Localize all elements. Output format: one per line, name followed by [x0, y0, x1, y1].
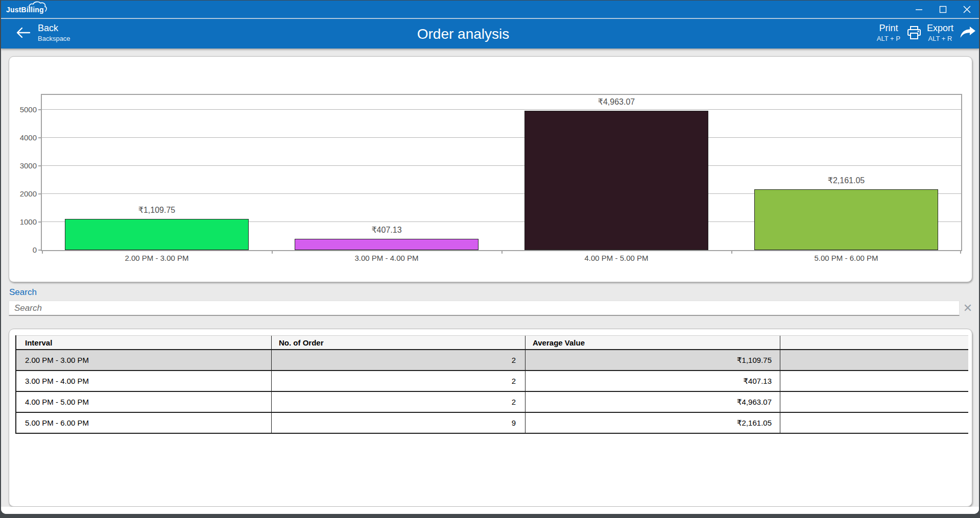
- chart-card: 010002000300040005000₹1,109.752.00 PM - …: [9, 56, 972, 282]
- x-axis-category-label: 3.00 PM - 4.00 PM: [272, 254, 501, 262]
- table-row[interactable]: 4.00 PM - 5.00 PM2₹4,963.07: [16, 392, 968, 413]
- command-bar: Back Backspace Order analysis Print ALT …: [1, 19, 979, 48]
- back-button[interactable]: Back Backspace: [15, 22, 70, 43]
- window-bottom-frame: [1, 507, 979, 514]
- chart-bar: [754, 189, 938, 250]
- y-axis-tick-mark: [38, 109, 42, 110]
- column-header-blank[interactable]: [780, 336, 968, 349]
- y-axis-tick-label: 4000: [6, 133, 37, 143]
- bar-value-label: ₹1,109.75: [80, 205, 233, 215]
- x-axis-category-label: 2.00 PM - 3.00 PM: [42, 254, 272, 262]
- back-label: Back: [38, 22, 70, 34]
- maximize-icon: [939, 6, 947, 13]
- chart-bar: [524, 111, 708, 250]
- cell-average-value: ₹407.13: [525, 371, 780, 391]
- cell-order-count: 2: [272, 392, 525, 412]
- chart-bar: [295, 239, 479, 250]
- bar-value-label: ₹2,161.05: [770, 176, 923, 185]
- y-axis-tick-mark: [38, 221, 42, 223]
- x-axis-tick-mark: [731, 250, 732, 254]
- close-icon: [963, 6, 971, 13]
- cell-interval: 5.00 PM - 6.00 PM: [16, 413, 272, 433]
- column-header-Interval[interactable]: Interval: [16, 336, 272, 349]
- column-header-No. of Order[interactable]: No. of Order: [272, 336, 525, 349]
- table-row[interactable]: 2.00 PM - 3.00 PM2₹1,109.75: [16, 350, 968, 371]
- export-button[interactable]: Export ALT + R: [927, 22, 976, 43]
- cell-average-value: ₹2,161.05: [525, 413, 780, 433]
- gridline: [42, 109, 961, 110]
- cloud-icon: [27, 1, 53, 12]
- cell-interval: 3.00 PM - 4.00 PM: [16, 371, 272, 391]
- close-button[interactable]: [955, 1, 979, 18]
- table-row[interactable]: 5.00 PM - 6.00 PM9₹2,161.05: [16, 413, 968, 434]
- back-shortcut: Backspace: [38, 34, 70, 43]
- title-bar: JustBilling: [1, 1, 979, 18]
- chart-bar: [65, 219, 249, 250]
- cell-order-count: 2: [272, 350, 525, 370]
- y-axis-tick-mark: [38, 137, 42, 138]
- y-axis-tick-mark: [38, 165, 42, 166]
- gridline: [42, 165, 961, 166]
- back-arrow-icon: [15, 26, 31, 39]
- orders-table: IntervalNo. of OrderAverage Value2.00 PM…: [15, 335, 968, 434]
- page-title: Order analysis: [417, 26, 510, 42]
- cell-order-count: 9: [272, 413, 525, 433]
- x-axis-category-label: 5.00 PM - 6.00 PM: [731, 254, 961, 262]
- cell-blank: [780, 392, 968, 412]
- page-content: 010002000300040005000₹1,109.752.00 PM - …: [1, 48, 979, 514]
- app-window: JustBilling: [0, 0, 980, 518]
- cell-blank: [780, 350, 968, 370]
- cell-blank: [780, 413, 968, 433]
- clear-search-icon[interactable]: ✕: [961, 302, 974, 315]
- table-card: IntervalNo. of OrderAverage Value2.00 PM…: [9, 329, 972, 507]
- y-axis-tick-label: 0: [6, 245, 37, 255]
- bar-value-label: ₹407.13: [310, 225, 463, 235]
- cell-interval: 2.00 PM - 3.00 PM: [16, 350, 272, 370]
- table-header-row: IntervalNo. of OrderAverage Value: [16, 335, 968, 350]
- table-row[interactable]: 3.00 PM - 4.00 PM2₹407.13: [16, 371, 968, 392]
- printer-icon: [906, 26, 922, 40]
- window-controls: [907, 1, 979, 18]
- bar-value-label: ₹4,963.07: [540, 97, 693, 107]
- share-icon: [960, 26, 976, 39]
- maximize-button[interactable]: [931, 1, 955, 18]
- x-axis-tick-mark: [960, 250, 961, 254]
- y-axis-tick-label: 2000: [6, 189, 37, 199]
- app-frame: JustBilling: [1, 1, 979, 514]
- export-label: Export: [927, 22, 953, 34]
- cell-average-value: ₹4,963.07: [525, 392, 780, 412]
- export-shortcut: ALT + R: [927, 34, 953, 43]
- y-axis-tick-label: 1000: [6, 217, 37, 227]
- y-axis-tick-label: 3000: [6, 161, 37, 171]
- cell-blank: [780, 371, 968, 391]
- x-axis-tick-mark: [42, 250, 43, 254]
- y-axis-tick-mark: [38, 193, 42, 194]
- print-button[interactable]: Print ALT + P: [877, 22, 922, 43]
- bar-chart: 010002000300040005000₹1,109.752.00 PM - …: [41, 94, 962, 251]
- search-input[interactable]: [9, 301, 960, 316]
- search-label[interactable]: Search: [9, 287, 37, 298]
- x-axis-tick-mark: [272, 250, 273, 254]
- gridline: [42, 137, 961, 138]
- y-axis-tick-mark: [38, 250, 42, 251]
- cell-interval: 4.00 PM - 5.00 PM: [16, 392, 272, 412]
- x-axis-category-label: 4.00 PM - 5.00 PM: [501, 254, 731, 262]
- app-logo: JustBilling: [6, 3, 53, 16]
- print-shortcut: ALT + P: [877, 34, 900, 43]
- print-label: Print: [877, 22, 900, 34]
- minimize-button[interactable]: [907, 1, 931, 18]
- minimize-icon: [915, 6, 923, 13]
- x-axis-tick-mark: [501, 250, 503, 254]
- y-axis-tick-label: 5000: [6, 105, 37, 115]
- column-header-Average Value[interactable]: Average Value: [525, 336, 780, 349]
- cell-average-value: ₹1,109.75: [525, 350, 780, 370]
- cell-order-count: 2: [272, 371, 525, 391]
